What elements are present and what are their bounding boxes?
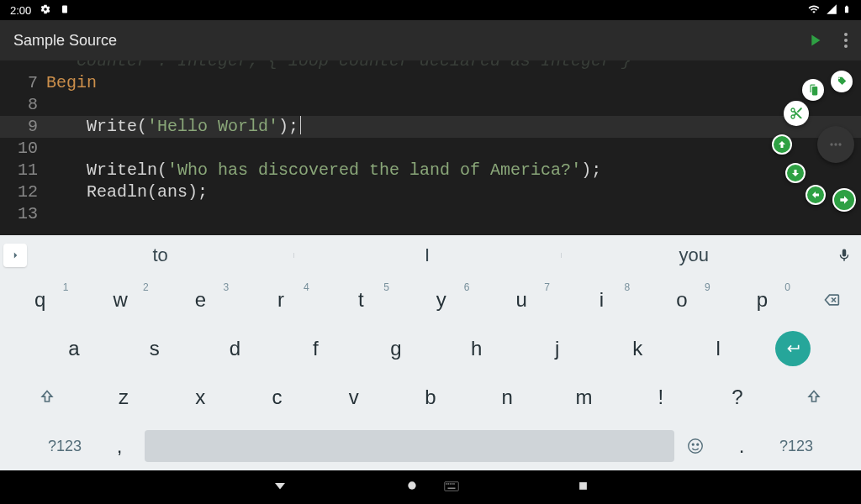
main-fab[interactable]	[817, 126, 854, 163]
code-line[interactable]: 7Begin	[0, 72, 861, 94]
key-p[interactable]: p0	[722, 278, 802, 322]
svg-rect-11	[449, 483, 451, 485]
nav-bar	[0, 470, 861, 504]
cut-fab[interactable]	[784, 101, 809, 126]
key-v[interactable]: v	[315, 375, 392, 419]
keyboard-nav-icon[interactable]	[444, 480, 459, 495]
symbols-key-right[interactable]: ?123	[767, 424, 826, 468]
key-s[interactable]: s	[114, 327, 195, 370]
key-c[interactable]: c	[239, 375, 315, 419]
key-k[interactable]: k	[597, 327, 678, 370]
svg-rect-15	[579, 482, 587, 490]
left-fab[interactable]	[806, 185, 826, 205]
code-line[interactable]: 13	[0, 203, 861, 225]
svg-point-1	[830, 143, 832, 145]
svg-rect-14	[447, 488, 455, 490]
key-w[interactable]: w2	[80, 278, 160, 322]
key-h[interactable]: h	[436, 327, 517, 370]
code-line[interactable]: 8	[0, 94, 861, 116]
key-b[interactable]: b	[392, 375, 468, 419]
suggestion-2[interactable]: I	[293, 244, 560, 266]
key-j[interactable]: j	[517, 327, 598, 370]
key-?[interactable]: ?	[699, 375, 775, 419]
space-key[interactable]	[145, 430, 674, 462]
shift-key-right[interactable]	[776, 375, 853, 419]
tag-fab[interactable]	[831, 71, 853, 92]
key-i[interactable]: i8	[562, 278, 642, 322]
home-nav-button[interactable]	[405, 479, 419, 496]
key-f[interactable]: f	[275, 327, 356, 370]
period-key[interactable]: .	[716, 424, 767, 468]
code-line[interactable]: 12 Readln(ans);	[0, 181, 861, 203]
key-q[interactable]: q1	[0, 278, 80, 322]
key-l[interactable]: l	[678, 327, 758, 370]
overflow-menu-button[interactable]	[844, 33, 848, 48]
code-editor[interactable]: Counter : Integer; { loop counter declar…	[0, 60, 861, 235]
suggestion-1[interactable]: to	[27, 244, 293, 266]
svg-rect-12	[452, 483, 453, 485]
key-g[interactable]: g	[356, 327, 436, 370]
recents-nav-button[interactable]	[577, 480, 589, 496]
key-u[interactable]: u7	[481, 278, 561, 322]
wifi-icon	[807, 3, 821, 18]
emoji-key[interactable]	[674, 424, 716, 468]
svg-point-2	[834, 143, 837, 145]
svg-point-3	[838, 143, 841, 145]
code-line[interactable]: 11 Writeln('Who has discovered the land …	[0, 160, 861, 181]
key-x[interactable]: x	[162, 375, 239, 419]
svg-point-4	[689, 439, 703, 454]
key-r[interactable]: r4	[240, 278, 320, 322]
suggestion-3[interactable]: you	[561, 244, 827, 266]
status-bar: 2:00	[0, 0, 861, 20]
key-z[interactable]: z	[85, 375, 161, 419]
key-m[interactable]: m	[546, 375, 622, 419]
key-o[interactable]: o9	[642, 278, 721, 322]
app-title: Sample Source	[13, 32, 806, 50]
comma-key[interactable]: ,	[94, 424, 145, 468]
expand-suggestions-button[interactable]	[3, 244, 27, 267]
right-fab[interactable]	[832, 188, 856, 212]
key-d[interactable]: d	[195, 327, 276, 370]
key-![interactable]: !	[622, 375, 699, 419]
key-y[interactable]: y6	[401, 278, 481, 322]
svg-point-6	[697, 444, 699, 445]
svg-rect-10	[447, 483, 449, 485]
code-line[interactable]: 9 Write('Hello World');	[0, 116, 861, 138]
back-nav-button[interactable]	[272, 478, 288, 496]
svg-rect-13	[453, 483, 455, 485]
voice-input-button[interactable]	[827, 248, 861, 263]
code-line[interactable]: 10	[0, 138, 861, 160]
enter-key[interactable]	[775, 331, 811, 366]
key-a[interactable]: a	[34, 327, 114, 370]
symbols-key[interactable]: ?123	[35, 424, 94, 468]
svg-point-7	[408, 481, 415, 489]
paste-fab[interactable]	[802, 79, 824, 101]
signal-icon	[826, 3, 837, 18]
app-bar: Sample Source	[0, 20, 861, 60]
settings-icon	[40, 3, 51, 18]
shift-key[interactable]	[8, 375, 85, 419]
svg-point-5	[692, 444, 694, 445]
svg-rect-9	[446, 483, 447, 485]
key-n[interactable]: n	[469, 375, 546, 419]
svg-rect-0	[62, 5, 67, 13]
up-fab[interactable]	[772, 134, 792, 155]
status-time: 2:00	[10, 4, 31, 17]
backspace-key[interactable]	[802, 278, 861, 322]
comment-text: Counter : Integer; { loop counter declar…	[46, 60, 631, 71]
battery-icon	[843, 3, 851, 18]
key-e[interactable]: e3	[161, 278, 240, 322]
run-button[interactable]	[806, 31, 824, 50]
notification-icon	[60, 3, 70, 18]
keyboard: to I you q1w2e3r4t5y6u7i8o9p0 asdfghjkl …	[0, 235, 861, 470]
down-fab[interactable]	[785, 163, 806, 183]
key-t[interactable]: t5	[321, 278, 401, 322]
